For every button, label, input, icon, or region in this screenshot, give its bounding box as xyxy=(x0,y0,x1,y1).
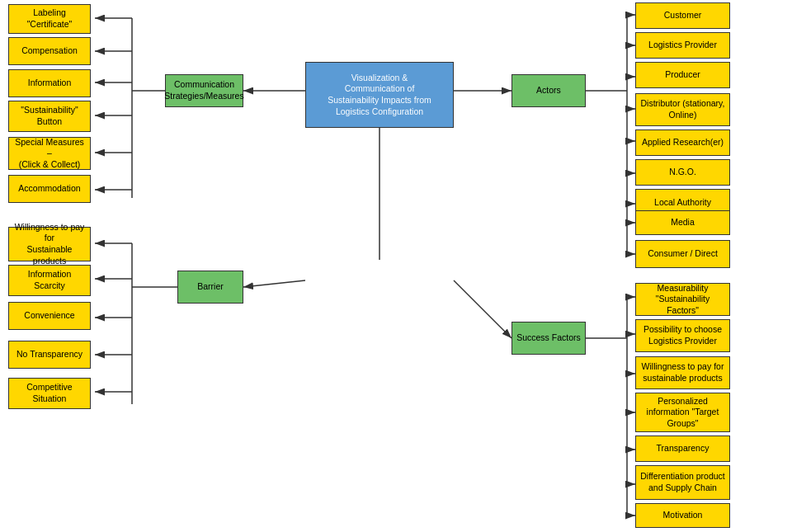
communication-connector: Communication Strategies/Measures xyxy=(165,74,243,107)
right-top-item-6: N.G.O. xyxy=(635,159,730,186)
success-factors-label: Success Factors xyxy=(516,332,581,344)
center-node: Visualization & Communication of Sustain… xyxy=(305,62,454,128)
right-bottom-item-5: Transparency xyxy=(635,435,730,462)
left-top-item-2: Compensation xyxy=(8,37,91,65)
actors-connector: Actors xyxy=(512,74,586,107)
left-bottom-item-4: No Transparency xyxy=(8,341,91,369)
left-bottom-item-1: Willingness to pay for Sustainable produ… xyxy=(8,227,91,261)
svg-line-10 xyxy=(243,280,305,287)
right-top-item-1: Customer xyxy=(635,2,730,29)
right-top-item-3: Producer xyxy=(635,62,730,88)
left-top-item-6: Accommodation xyxy=(8,175,91,203)
right-top-item-9: Consumer / Direct xyxy=(635,240,730,268)
right-top-item-8: Media xyxy=(635,210,730,235)
left-bottom-item-3: Convenience xyxy=(8,302,91,330)
right-bottom-item-3: Willingness to pay for sustainable produ… xyxy=(635,356,730,389)
success-factors-connector: Success Factors xyxy=(512,322,586,355)
left-bottom-item-5: Competitive Situation xyxy=(8,378,91,409)
right-bottom-item-4: Personalized information "Target Groups" xyxy=(635,393,730,432)
barrier-label: Barrier xyxy=(197,281,224,293)
right-top-item-4: Distributor (stationary, Online) xyxy=(635,93,730,126)
center-label: Visualization & Communication of Sustain… xyxy=(328,73,431,118)
right-bottom-item-7: Motivation xyxy=(635,503,730,528)
left-top-item-5: Special Measures – (Click & Collect) xyxy=(8,137,91,170)
left-top-item-4: "Sustainability" Button xyxy=(8,101,91,132)
right-bottom-item-1: Measurability "Sustainability Factors" xyxy=(635,283,730,316)
right-top-item-2: Logistics Provider xyxy=(635,32,730,59)
communication-label: Communication Strategies/Measures xyxy=(164,79,243,101)
right-top-item-5: Applied Research(er) xyxy=(635,129,730,156)
diagram: Visualization & Communication of Sustain… xyxy=(0,0,792,532)
left-top-item-1: Labeling "Certificate" xyxy=(8,4,91,34)
svg-line-30 xyxy=(454,280,512,338)
left-top-item-3: Information xyxy=(8,69,91,97)
right-bottom-item-2: Possibility to choose Logistics Provider xyxy=(635,319,730,352)
left-bottom-item-2: Information Scarcity xyxy=(8,265,91,296)
right-bottom-item-6: Differentiation product and Supply Chain xyxy=(635,465,730,500)
actors-label: Actors xyxy=(536,85,561,97)
barrier-connector: Barrier xyxy=(177,271,243,304)
